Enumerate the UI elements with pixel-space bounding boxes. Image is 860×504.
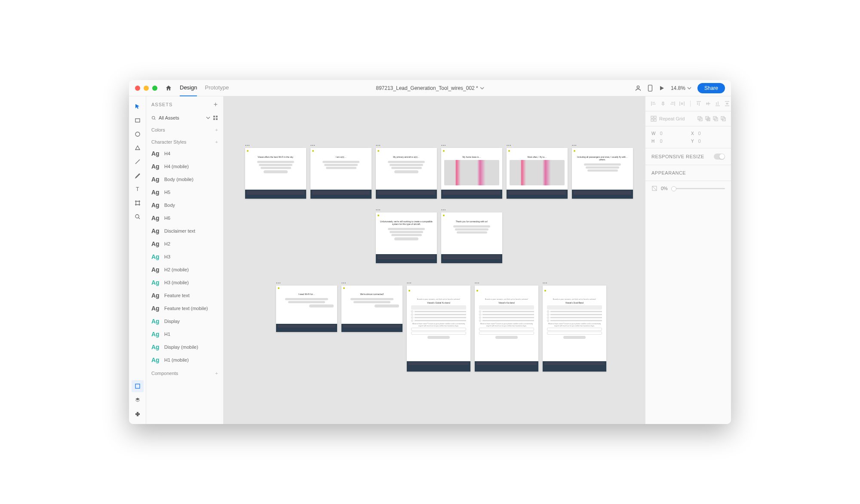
- rectangle-tool[interactable]: [132, 114, 144, 126]
- repeat-grid-button[interactable]: Repeat Grid: [651, 116, 693, 122]
- assets-filter[interactable]: All Assets: [146, 113, 223, 123]
- svg-point-7: [152, 116, 155, 119]
- home-icon[interactable]: [165, 85, 172, 92]
- h-value[interactable]: 0: [660, 138, 686, 144]
- document-title[interactable]: 897213_Lead_Generation_Tool_wires_002 *: [376, 85, 484, 91]
- chevron-down-icon: [687, 86, 691, 90]
- character-style-item[interactable]: AgH1 (mobile): [146, 353, 223, 366]
- add-component-button[interactable]: +: [215, 371, 218, 376]
- character-style-item[interactable]: AgH2 (mobile): [146, 263, 223, 276]
- align-center-h-icon[interactable]: [660, 101, 666, 107]
- align-top-icon[interactable]: [696, 101, 702, 107]
- align-row: [645, 96, 731, 111]
- character-style-item[interactable]: AgDisclaimer text: [146, 224, 223, 237]
- components-section-header[interactable]: Components +: [146, 366, 223, 378]
- character-style-item[interactable]: AgFeature text (mobile): [146, 302, 223, 315]
- user-icon[interactable]: [635, 85, 642, 92]
- character-style-item[interactable]: AgH3 (mobile): [146, 276, 223, 289]
- artboard[interactable]: Based on your answers, we think we've fo…: [543, 286, 606, 372]
- artboard[interactable]: My home base is…: [441, 148, 502, 199]
- artboard-title: Unfortunately, we're still working to cr…: [376, 218, 437, 227]
- style-label: Body (mobile): [164, 177, 194, 182]
- opacity-value[interactable]: 0%: [661, 186, 668, 191]
- artboard[interactable]: Based on your answers, we think we've fo…: [475, 286, 538, 372]
- character-style-item[interactable]: AgFeature text: [146, 289, 223, 302]
- zoom-tool[interactable]: [132, 211, 144, 223]
- character-style-item[interactable]: AgBody (mobile): [146, 173, 223, 186]
- distribute-h-icon[interactable]: [679, 101, 685, 107]
- close-window-button[interactable]: [135, 86, 140, 91]
- artboard[interactable]: I am a(n)…: [310, 148, 372, 199]
- artboard[interactable]: I need Wi-Fi for…: [276, 286, 337, 332]
- repeat-grid-label: Repeat Grid: [659, 116, 685, 121]
- polygon-tool[interactable]: [132, 142, 144, 154]
- tab-prototype[interactable]: Prototype: [205, 80, 229, 96]
- zoom-level[interactable]: 14.8%: [671, 85, 691, 91]
- opacity-slider[interactable]: [671, 188, 725, 189]
- titlebar: Design Prototype 897213_Lead_Generation_…: [129, 80, 731, 96]
- align-bottom-icon[interactable]: [715, 101, 721, 107]
- artboard-button: [394, 170, 419, 173]
- character-style-item[interactable]: AgDisplay (mobile): [146, 341, 223, 353]
- device-preview-icon[interactable]: [648, 85, 653, 92]
- character-style-item[interactable]: AgH2: [146, 237, 223, 250]
- add-asset-button[interactable]: +: [214, 101, 218, 108]
- w-value[interactable]: 0: [660, 131, 686, 136]
- align-center-v-icon[interactable]: [705, 101, 711, 107]
- artboard-tool[interactable]: [132, 197, 144, 209]
- artboard[interactable]: Viasat offers the best Wi-Fi in the sky.: [245, 148, 306, 199]
- colors-section-label: Colors: [151, 127, 165, 132]
- align-left-icon[interactable]: [651, 101, 657, 107]
- grid-view-icon[interactable]: [213, 115, 218, 120]
- share-button[interactable]: Share: [697, 83, 725, 93]
- opacity-icon: [651, 185, 657, 191]
- style-label: H2: [164, 241, 170, 246]
- canvas[interactable]: Viasat offers the best Wi-Fi in the sky.…: [224, 96, 645, 424]
- maximize-window-button[interactable]: [152, 86, 157, 91]
- plugins-panel-toggle[interactable]: [132, 408, 144, 420]
- bool-add-icon[interactable]: [697, 116, 703, 121]
- x-value[interactable]: 0: [698, 131, 725, 136]
- character-style-item[interactable]: AgH3: [146, 250, 223, 263]
- colors-section-header[interactable]: Colors +: [146, 123, 223, 135]
- align-right-icon[interactable]: [670, 101, 676, 107]
- artboard[interactable]: Most often, I fly to…: [507, 148, 568, 199]
- character-style-item[interactable]: AgH1: [146, 328, 223, 341]
- y-value[interactable]: 0: [698, 138, 725, 144]
- bool-exclude-icon[interactable]: [721, 116, 726, 121]
- responsive-toggle[interactable]: [714, 154, 725, 160]
- select-tool[interactable]: [132, 101, 144, 113]
- svg-rect-2: [135, 119, 140, 122]
- y-label: Y: [691, 139, 694, 144]
- text-tool[interactable]: T: [132, 183, 144, 195]
- bool-subtract-icon[interactable]: [705, 116, 710, 121]
- artboard[interactable]: We're almost connected!: [341, 286, 402, 332]
- assets-panel-toggle[interactable]: [132, 380, 144, 392]
- artboard[interactable]: My primary aircraft is a(n)…: [376, 148, 437, 199]
- chevron-down-icon: [480, 86, 484, 90]
- ellipse-tool[interactable]: [132, 128, 144, 140]
- character-style-item[interactable]: AgH4 (mobile): [146, 160, 223, 173]
- add-color-button[interactable]: +: [215, 127, 218, 132]
- artboard[interactable]: Based on your answers, we think we've fo…: [407, 286, 470, 372]
- character-style-item[interactable]: AgDisplay: [146, 315, 223, 328]
- character-style-item[interactable]: AgH6: [146, 212, 223, 224]
- tab-design[interactable]: Design: [180, 80, 197, 96]
- minimize-window-button[interactable]: [144, 86, 149, 91]
- distribute-v-icon[interactable]: [724, 101, 730, 107]
- appearance-label: APPEARANCE: [651, 170, 686, 175]
- add-style-button[interactable]: +: [215, 139, 218, 144]
- play-icon[interactable]: [659, 85, 665, 91]
- character-style-item[interactable]: AgH5: [146, 186, 223, 199]
- style-label: Display: [164, 319, 180, 324]
- pen-tool[interactable]: [132, 169, 144, 181]
- character-styles-section-header[interactable]: Character Styles +: [146, 135, 223, 147]
- line-tool[interactable]: [132, 156, 144, 168]
- artboard[interactable]: Thank you for connecting with us!: [441, 212, 502, 263]
- artboard[interactable]: Unfortunately, we're still working to cr…: [376, 212, 437, 263]
- character-style-item[interactable]: AgBody: [146, 199, 223, 212]
- character-style-item[interactable]: AgH4: [146, 147, 223, 160]
- layers-panel-toggle[interactable]: [132, 394, 144, 406]
- bool-intersect-icon[interactable]: [713, 116, 718, 121]
- artboard[interactable]: Including all passengers and crew, I usu…: [572, 148, 633, 199]
